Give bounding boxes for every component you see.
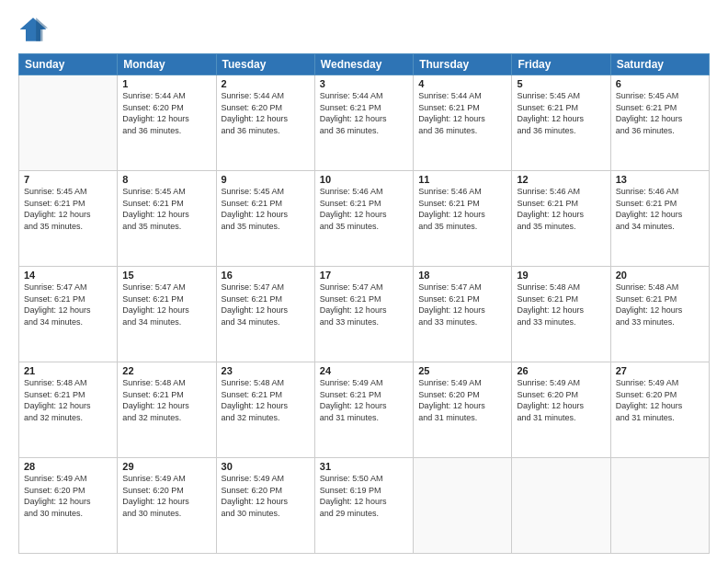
calendar-header-thursday: Thursday <box>414 54 512 75</box>
calendar-cell: 18 Sunrise: 5:47 AMSunset: 6:21 PMDaylig… <box>414 267 512 362</box>
day-info: Sunrise: 5:45 AMSunset: 6:21 PMDaylight:… <box>24 186 112 232</box>
calendar-cell: 13 Sunrise: 5:46 AMSunset: 6:21 PMDaylig… <box>610 171 709 267</box>
logo-icon <box>18 15 48 44</box>
day-info: Sunrise: 5:48 AMSunset: 6:21 PMDaylight:… <box>122 377 210 423</box>
day-number: 25 <box>418 365 506 376</box>
day-number: 6 <box>616 78 704 89</box>
header <box>18 15 710 44</box>
calendar-cell: 30 Sunrise: 5:49 AMSunset: 6:20 PMDaylig… <box>216 458 314 554</box>
calendar-week-1: 1 Sunrise: 5:44 AMSunset: 6:20 PMDayligh… <box>19 75 710 171</box>
calendar-cell: 27 Sunrise: 5:49 AMSunset: 6:20 PMDaylig… <box>610 362 709 458</box>
day-number: 4 <box>418 78 506 89</box>
day-info: Sunrise: 5:49 AMSunset: 6:20 PMDaylight:… <box>616 377 704 423</box>
day-info: Sunrise: 5:45 AMSunset: 6:21 PMDaylight:… <box>122 186 210 232</box>
day-info: Sunrise: 5:50 AMSunset: 6:19 PMDaylight:… <box>320 473 408 519</box>
day-number: 18 <box>418 270 506 281</box>
day-info: Sunrise: 5:49 AMSunset: 6:20 PMDaylight:… <box>517 377 605 423</box>
calendar-cell: 25 Sunrise: 5:49 AMSunset: 6:20 PMDaylig… <box>414 362 512 458</box>
day-info: Sunrise: 5:47 AMSunset: 6:21 PMDaylight:… <box>122 282 210 327</box>
calendar-cell: 1 Sunrise: 5:44 AMSunset: 6:20 PMDayligh… <box>118 75 216 171</box>
day-info: Sunrise: 5:47 AMSunset: 6:21 PMDaylight:… <box>24 282 112 327</box>
calendar-cell: 24 Sunrise: 5:49 AMSunset: 6:21 PMDaylig… <box>314 362 413 458</box>
day-info: Sunrise: 5:47 AMSunset: 6:21 PMDaylight:… <box>418 282 506 327</box>
calendar-week-4: 21 Sunrise: 5:48 AMSunset: 6:21 PMDaylig… <box>19 362 710 458</box>
calendar-cell: 9 Sunrise: 5:45 AMSunset: 6:21 PMDayligh… <box>216 171 314 267</box>
calendar-week-2: 7 Sunrise: 5:45 AMSunset: 6:21 PMDayligh… <box>19 171 710 267</box>
day-info: Sunrise: 5:45 AMSunset: 6:21 PMDaylight:… <box>616 90 704 136</box>
day-info: Sunrise: 5:49 AMSunset: 6:20 PMDaylight:… <box>222 473 310 519</box>
calendar-cell: 16 Sunrise: 5:47 AMSunset: 6:21 PMDaylig… <box>216 267 314 362</box>
day-number: 8 <box>122 174 210 185</box>
day-info: Sunrise: 5:44 AMSunset: 6:20 PMDaylight:… <box>222 90 310 136</box>
calendar-header-friday: Friday <box>512 54 610 75</box>
day-number: 20 <box>616 270 704 281</box>
day-number: 19 <box>517 270 605 281</box>
calendar-cell: 23 Sunrise: 5:48 AMSunset: 6:21 PMDaylig… <box>216 362 314 458</box>
day-info: Sunrise: 5:46 AMSunset: 6:21 PMDaylight:… <box>517 186 605 232</box>
calendar-week-3: 14 Sunrise: 5:47 AMSunset: 6:21 PMDaylig… <box>19 267 710 362</box>
calendar-cell: 15 Sunrise: 5:47 AMSunset: 6:21 PMDaylig… <box>118 267 216 362</box>
calendar-cell: 29 Sunrise: 5:49 AMSunset: 6:20 PMDaylig… <box>118 458 216 554</box>
calendar-header-saturday: Saturday <box>610 54 709 75</box>
calendar-week-5: 28 Sunrise: 5:49 AMSunset: 6:20 PMDaylig… <box>19 458 710 554</box>
day-number: 24 <box>320 365 408 376</box>
calendar-cell <box>414 458 512 554</box>
calendar-cell: 17 Sunrise: 5:47 AMSunset: 6:21 PMDaylig… <box>314 267 413 362</box>
day-number: 23 <box>222 365 310 376</box>
day-info: Sunrise: 5:46 AMSunset: 6:21 PMDaylight:… <box>418 186 506 232</box>
day-info: Sunrise: 5:46 AMSunset: 6:21 PMDaylight:… <box>320 186 408 232</box>
calendar-header-sunday: Sunday <box>19 54 118 75</box>
day-info: Sunrise: 5:46 AMSunset: 6:21 PMDaylight:… <box>616 186 704 232</box>
calendar-table: SundayMondayTuesdayWednesdayThursdayFrid… <box>18 53 710 554</box>
calendar-cell: 21 Sunrise: 5:48 AMSunset: 6:21 PMDaylig… <box>19 362 118 458</box>
day-number: 2 <box>222 78 310 89</box>
day-info: Sunrise: 5:44 AMSunset: 6:21 PMDaylight:… <box>320 90 408 136</box>
day-info: Sunrise: 5:44 AMSunset: 6:21 PMDaylight:… <box>418 90 506 136</box>
calendar-cell: 6 Sunrise: 5:45 AMSunset: 6:21 PMDayligh… <box>610 75 709 171</box>
day-number: 17 <box>320 270 408 281</box>
calendar-cell: 22 Sunrise: 5:48 AMSunset: 6:21 PMDaylig… <box>118 362 216 458</box>
calendar-cell: 2 Sunrise: 5:44 AMSunset: 6:20 PMDayligh… <box>216 75 314 171</box>
day-number: 3 <box>320 78 408 89</box>
logo <box>18 15 51 44</box>
day-number: 22 <box>122 365 210 376</box>
calendar-cell: 4 Sunrise: 5:44 AMSunset: 6:21 PMDayligh… <box>414 75 512 171</box>
calendar-header-row: SundayMondayTuesdayWednesdayThursdayFrid… <box>19 54 710 75</box>
day-info: Sunrise: 5:49 AMSunset: 6:20 PMDaylight:… <box>418 377 506 423</box>
day-number: 26 <box>517 365 605 376</box>
day-info: Sunrise: 5:45 AMSunset: 6:21 PMDaylight:… <box>222 186 310 232</box>
day-number: 31 <box>320 461 408 472</box>
day-number: 14 <box>24 270 112 281</box>
calendar-cell <box>512 458 610 554</box>
day-info: Sunrise: 5:47 AMSunset: 6:21 PMDaylight:… <box>222 282 310 327</box>
day-number: 11 <box>418 174 506 185</box>
day-number: 7 <box>24 174 112 185</box>
day-number: 16 <box>222 270 310 281</box>
calendar-cell: 12 Sunrise: 5:46 AMSunset: 6:21 PMDaylig… <box>512 171 610 267</box>
day-number: 12 <box>517 174 605 185</box>
day-number: 10 <box>320 174 408 185</box>
day-info: Sunrise: 5:48 AMSunset: 6:21 PMDaylight:… <box>616 282 704 327</box>
day-number: 28 <box>24 461 112 472</box>
calendar-cell: 19 Sunrise: 5:48 AMSunset: 6:21 PMDaylig… <box>512 267 610 362</box>
day-number: 13 <box>616 174 704 185</box>
day-number: 27 <box>616 365 704 376</box>
day-info: Sunrise: 5:49 AMSunset: 6:20 PMDaylight:… <box>24 473 112 519</box>
day-info: Sunrise: 5:48 AMSunset: 6:21 PMDaylight:… <box>517 282 605 327</box>
calendar-header-monday: Monday <box>118 54 216 75</box>
day-number: 9 <box>222 174 310 185</box>
calendar-cell: 8 Sunrise: 5:45 AMSunset: 6:21 PMDayligh… <box>118 171 216 267</box>
calendar-cell: 31 Sunrise: 5:50 AMSunset: 6:19 PMDaylig… <box>314 458 413 554</box>
calendar-cell: 11 Sunrise: 5:46 AMSunset: 6:21 PMDaylig… <box>414 171 512 267</box>
calendar-cell: 5 Sunrise: 5:45 AMSunset: 6:21 PMDayligh… <box>512 75 610 171</box>
calendar-cell <box>19 75 118 171</box>
day-info: Sunrise: 5:48 AMSunset: 6:21 PMDaylight:… <box>24 377 112 423</box>
day-number: 30 <box>222 461 310 472</box>
day-info: Sunrise: 5:45 AMSunset: 6:21 PMDaylight:… <box>517 90 605 136</box>
day-number: 5 <box>517 78 605 89</box>
calendar-cell: 26 Sunrise: 5:49 AMSunset: 6:20 PMDaylig… <box>512 362 610 458</box>
calendar-header-tuesday: Tuesday <box>216 54 314 75</box>
calendar-cell: 28 Sunrise: 5:49 AMSunset: 6:20 PMDaylig… <box>19 458 118 554</box>
calendar-cell: 3 Sunrise: 5:44 AMSunset: 6:21 PMDayligh… <box>314 75 413 171</box>
day-info: Sunrise: 5:47 AMSunset: 6:21 PMDaylight:… <box>320 282 408 327</box>
